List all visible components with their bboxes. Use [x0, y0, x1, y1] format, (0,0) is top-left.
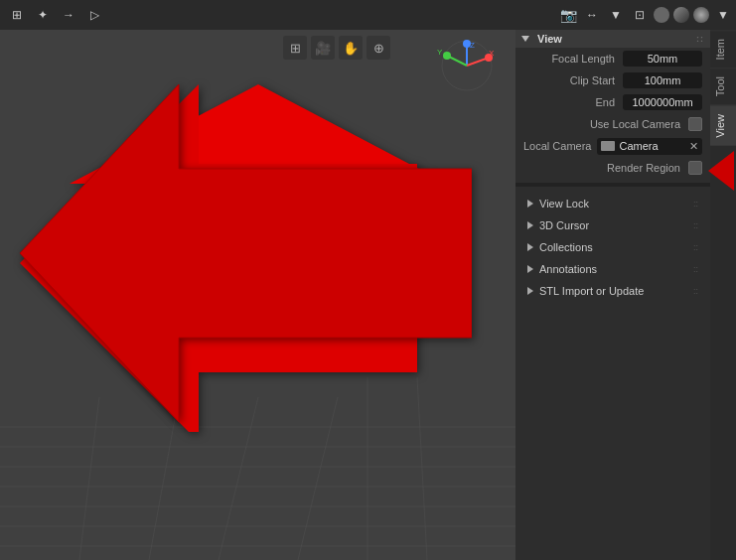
camera-name-text: Camera — [619, 140, 685, 152]
clip-end-row: End 1000000mm — [515, 91, 710, 113]
local-camera-value[interactable]: Camera ✕ — [597, 138, 702, 155]
3d-cursor-triangle — [527, 221, 533, 229]
annotations-dots: :: — [693, 264, 698, 274]
view-lock-label: View Lock — [539, 198, 693, 210]
stl-import-label: STL Import or Update — [539, 285, 693, 297]
svg-marker-26 — [708, 151, 734, 191]
use-local-camera-checkbox[interactable] — [688, 117, 702, 131]
focal-length-label: Focal Length — [523, 53, 615, 65]
camera-close-icon[interactable]: ✕ — [689, 140, 698, 153]
clip-start-value[interactable]: 100mm — [623, 72, 702, 88]
view-lock-dots: :: — [693, 199, 698, 209]
local-camera-row: Local Camera Camera ✕ — [515, 135, 710, 157]
svg-point-24 — [443, 52, 451, 60]
view-lock-triangle — [527, 200, 533, 208]
subsection-annotations[interactable]: Annotations :: — [523, 258, 702, 280]
subsection-3d-cursor[interactable]: 3D Cursor :: — [523, 214, 702, 236]
clip-start-label: Clip Start — [523, 74, 615, 86]
header-solid-icon[interactable] — [654, 7, 669, 23]
stl-import-triangle — [527, 287, 533, 295]
divider — [515, 183, 710, 187]
tab-tool[interactable]: Tool — [710, 68, 736, 104]
viewport-icon-search[interactable]: ⊕ — [367, 36, 390, 60]
subsection-stl-import[interactable]: STL Import or Update :: — [523, 280, 702, 302]
toolbar-icon-3[interactable]: → — [58, 4, 79, 26]
svg-text:X: X — [489, 49, 495, 58]
viewport-icon-camera[interactable]: 🎥 — [311, 36, 335, 60]
header-material-icon[interactable] — [673, 7, 689, 23]
panel-header-view[interactable]: View :: — [515, 30, 710, 48]
tab-item[interactable]: Item — [710, 30, 736, 68]
header-camera-icon[interactable]: 📷 — [557, 4, 579, 26]
render-region-checkbox[interactable] — [688, 161, 702, 175]
stl-import-dots: :: — [693, 286, 698, 296]
panel-dots: :: — [696, 34, 704, 44]
header-dropdown-icon[interactable]: ▼ — [605, 4, 627, 26]
use-local-camera-row: Use Local Camera — [515, 113, 710, 135]
red-indicator-arrow — [706, 151, 736, 191]
focal-length-row: Focal Length 50mm — [515, 48, 710, 70]
collections-dots: :: — [693, 242, 698, 252]
3d-cursor-dots: :: — [693, 220, 698, 230]
render-region-label: Render Region — [523, 162, 680, 174]
viewport-icon-grid[interactable]: ⊞ — [283, 36, 307, 60]
subsection-collections[interactable]: Collections :: — [523, 236, 702, 258]
right-panel: View :: Focal Length 50mm Clip Start 100… — [515, 30, 710, 560]
render-region-row: Render Region — [515, 157, 710, 179]
svg-marker-15 — [20, 84, 472, 422]
header-more-icon[interactable]: ▼ — [712, 4, 734, 26]
annotations-triangle — [527, 265, 533, 273]
triangle-icon — [521, 36, 529, 42]
clip-end-value[interactable]: 1000000mm — [623, 94, 702, 110]
top-toolbar-right: 📷 ↔ ▼ ⊡ ▼ — [507, 0, 736, 30]
sub-sections: View Lock :: 3D Cursor :: Collections ::… — [515, 191, 710, 304]
focal-length-value[interactable]: 50mm — [623, 51, 702, 67]
panel-view-title: View — [537, 33, 562, 45]
side-tab-bar: Item Tool View — [710, 30, 736, 560]
collections-label: Collections — [539, 241, 693, 253]
header-transform-icon[interactable]: ↔ — [581, 4, 603, 26]
toolbar-icon-2[interactable]: ✦ — [32, 4, 54, 26]
local-camera-label: Local Camera — [523, 140, 591, 152]
header-render-icon[interactable] — [693, 7, 709, 23]
tab-view[interactable]: View — [710, 105, 736, 146]
header-grid-icon[interactable]: ⊡ — [629, 4, 651, 26]
camera-icon-small — [601, 141, 615, 151]
red-arrow-main — [15, 55, 472, 452]
svg-text:Y: Y — [437, 48, 443, 57]
annotations-label: Annotations — [539, 263, 693, 275]
axis-indicator: Z X Y — [437, 36, 497, 95]
clip-start-row: Clip Start 100mm — [515, 70, 710, 91]
toolbar-icon-4[interactable]: ▷ — [83, 4, 105, 26]
collections-triangle — [527, 243, 533, 251]
clip-end-label: End — [523, 96, 615, 108]
viewport-controls: ⊞ 🎥 ✋ ⊕ — [283, 36, 390, 60]
subsection-view-lock[interactable]: View Lock :: — [523, 193, 702, 214]
toolbar-icon-1[interactable]: ⊞ — [6, 4, 28, 26]
3d-cursor-label: 3D Cursor — [539, 219, 693, 231]
viewport-icon-hand[interactable]: ✋ — [339, 36, 363, 60]
top-toolbar-left: ⊞ ✦ → ▷ — [0, 0, 507, 30]
svg-text:Z: Z — [470, 41, 475, 50]
use-local-camera-label: Use Local Camera — [523, 118, 680, 130]
